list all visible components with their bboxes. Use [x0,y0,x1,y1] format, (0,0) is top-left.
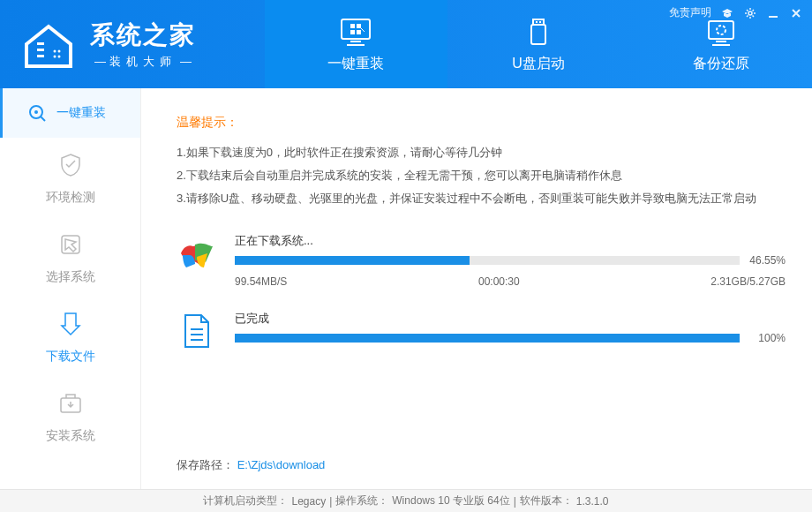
download-speed: 99.54MB/S [235,275,287,288]
tab-label: 一键重装 [327,55,384,73]
select-icon [55,229,86,260]
title-controls: 免责声明 [669,5,803,20]
download-elapsed: 00:00:30 [478,275,520,288]
save-path: 保存路径： E:\Zjds\download [177,457,325,473]
sidebar-item-label: 安装系统 [46,428,95,444]
svg-rect-18 [709,21,733,39]
svg-rect-17 [539,21,541,23]
sidebar-item-label: 选择系统 [46,269,95,285]
svg-point-22 [748,11,752,15]
sidebar-item-label: 下载文件 [46,349,95,365]
sidebar: 一键重装 环境检测 选择系统 下载文件 安装系统 [0,88,141,489]
tips-line: 2.下载结束后会自动重启并完成系统的安装，全程无需干预，您可以离开电脑请稍作休息 [177,164,786,187]
target-icon [26,102,48,124]
download-fill [235,256,470,265]
version-value: 1.3.1.0 [576,495,609,508]
sidebar-header[interactable]: 一键重装 [0,88,140,138]
header: 系统之家 装机大师 一键重装 U盘启动 备份还原 免责声明 [0,0,812,88]
svg-rect-9 [347,44,365,46]
tips-line: 1.如果下载速度为0，此时软件正在搜索资源，请耐心等待几分钟 [177,141,786,164]
boot-type-value: Legacy [291,495,326,508]
boot-type-label: 计算机启动类型： [203,493,288,508]
download-size: 2.31GB/5.27GB [710,275,786,288]
svg-rect-16 [536,21,538,23]
os-label: 操作系统： [335,493,388,508]
svg-point-6 [58,56,61,58]
svg-rect-0 [37,42,44,45]
download-body: 正在下载系统... 46.55% 99.54MB/S 00:00:30 2.31… [235,233,786,288]
download-bar [235,256,740,265]
main-content: 温馨提示： 1.如果下载速度为0，此时软件正在搜索资源，请耐心等待几分钟 2.下… [141,88,812,489]
svg-rect-13 [357,30,361,34]
svg-rect-2 [37,55,44,57]
body: 一键重装 环境检测 选择系统 下载文件 安装系统 温馨提 [0,88,812,489]
svg-rect-19 [716,41,726,42]
graduation-icon[interactable] [720,6,734,20]
completed-label: 已完成 [235,311,786,327]
sidebar-item-install[interactable]: 安装系统 [0,376,140,456]
install-icon [55,388,86,419]
document-icon [177,311,217,351]
disclaimer-link[interactable]: 免责声明 [669,5,711,20]
save-path-link[interactable]: E:\Zjds\download [237,458,326,471]
footer: 计算机启动类型： Legacy | 操作系统： Windows 10 专业版 6… [0,489,812,512]
completed-percent: 100% [747,332,786,344]
sidebar-item-select-system[interactable]: 选择系统 [0,217,140,297]
svg-rect-15 [531,25,545,44]
tab-label: 备份还原 [693,55,749,73]
windows-icon [177,233,217,274]
svg-point-25 [34,110,38,114]
completed-bar [235,334,740,343]
completed-body: 已完成 100% [235,311,786,351]
svg-rect-23 [769,16,778,18]
logo-text: 系统之家 装机大师 [90,19,196,70]
logo-area: 系统之家 装机大师 [0,0,265,88]
sidebar-header-label: 一键重装 [56,105,106,121]
tips-line: 3.请移除U盘、移动硬盘、光驱里的光盘，并保证安装过程中不会断电，否则重装可能失… [177,187,786,210]
tab-label: U盘启动 [512,55,565,73]
svg-point-3 [54,50,56,53]
svg-rect-8 [350,41,361,42]
svg-rect-12 [350,30,355,34]
tips-title: 温馨提示： [177,115,786,131]
download-label: 正在下载系统... [235,233,786,249]
sidebar-item-env-check[interactable]: 环境检测 [0,138,140,217]
download-icon [55,308,86,340]
monitor-icon [338,16,373,48]
download-progress: 正在下载系统... 46.55% 99.54MB/S 00:00:30 2.31… [177,233,786,288]
download-stats: 99.54MB/S 00:00:30 2.31GB/5.27GB [235,275,786,288]
app-subtitle: 装机大师 [90,54,196,70]
shield-icon [55,149,86,181]
completed-fill [235,334,740,343]
svg-point-5 [54,56,56,58]
tab-usb-boot[interactable]: U盘启动 [447,0,630,88]
gear-icon[interactable] [743,6,757,20]
svg-rect-20 [712,44,730,46]
version-label: 软件版本： [520,493,573,508]
svg-point-21 [717,26,726,34]
app-title: 系统之家 [90,19,196,52]
tab-reinstall[interactable]: 一键重装 [265,0,447,88]
completed-progress: 已完成 100% [177,311,786,351]
sidebar-item-download[interactable]: 下载文件 [0,297,140,376]
minimize-icon[interactable] [766,6,780,20]
save-path-label: 保存路径： [177,458,234,471]
svg-rect-1 [37,49,44,51]
logo-icon [18,18,79,71]
download-percent: 46.55% [747,254,786,267]
usb-icon [521,16,556,48]
svg-rect-7 [342,19,370,39]
sidebar-item-label: 环境检测 [46,190,95,206]
svg-rect-10 [350,24,355,28]
close-icon[interactable] [789,6,803,20]
os-value: Windows 10 专业版 64位 [392,493,509,508]
svg-point-4 [58,50,61,53]
